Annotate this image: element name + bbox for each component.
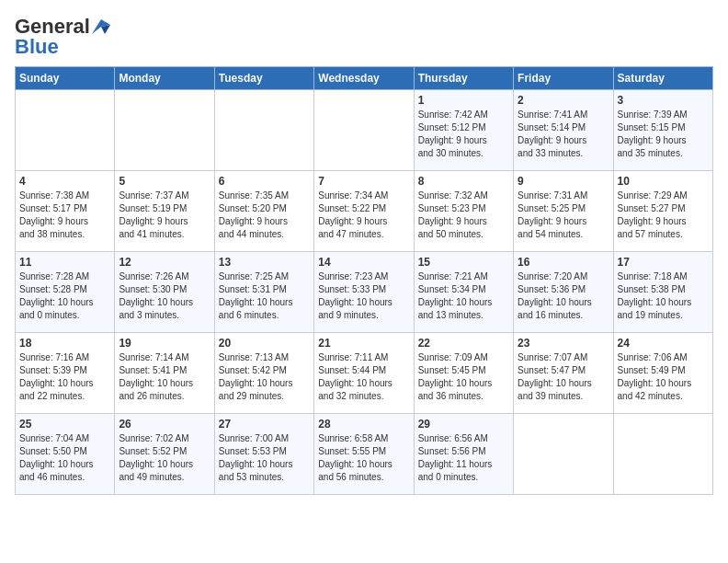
logo: General Blue xyxy=(15,15,110,59)
day-info: Sunrise: 7:02 AM Sunset: 5:52 PM Dayligh… xyxy=(119,432,210,484)
calendar-cell: 10Sunrise: 7:29 AM Sunset: 5:27 PM Dayli… xyxy=(613,171,712,252)
day-number: 11 xyxy=(19,256,110,269)
calendar-cell: 23Sunrise: 7:07 AM Sunset: 5:47 PM Dayli… xyxy=(514,333,613,414)
calendar-cell: 20Sunrise: 7:13 AM Sunset: 5:42 PM Dayli… xyxy=(214,333,313,414)
day-info: Sunrise: 7:38 AM Sunset: 5:17 PM Dayligh… xyxy=(19,190,110,241)
day-info: Sunrise: 7:18 AM Sunset: 5:38 PM Dayligh… xyxy=(618,270,709,322)
day-info: Sunrise: 7:20 AM Sunset: 5:36 PM Dayligh… xyxy=(518,270,609,322)
day-info: Sunrise: 7:34 AM Sunset: 5:22 PM Dayligh… xyxy=(318,190,409,241)
day-number: 16 xyxy=(518,256,609,269)
calendar-cell: 19Sunrise: 7:14 AM Sunset: 5:41 PM Dayli… xyxy=(115,333,214,414)
day-info: Sunrise: 7:11 AM Sunset: 5:44 PM Dayligh… xyxy=(318,351,409,403)
day-info: Sunrise: 7:42 AM Sunset: 5:12 PM Dayligh… xyxy=(418,109,509,160)
day-number: 14 xyxy=(318,256,409,269)
day-info: Sunrise: 7:29 AM Sunset: 5:27 PM Dayligh… xyxy=(618,190,709,241)
day-info: Sunrise: 7:13 AM Sunset: 5:42 PM Dayligh… xyxy=(219,351,310,403)
day-info: Sunrise: 7:23 AM Sunset: 5:33 PM Dayligh… xyxy=(318,270,409,322)
day-info: Sunrise: 7:09 AM Sunset: 5:45 PM Dayligh… xyxy=(418,351,509,403)
day-number: 23 xyxy=(518,337,609,350)
day-number: 21 xyxy=(318,337,409,350)
day-info: Sunrise: 7:14 AM Sunset: 5:41 PM Dayligh… xyxy=(119,351,210,403)
calendar-cell: 15Sunrise: 7:21 AM Sunset: 5:34 PM Dayli… xyxy=(414,252,513,333)
day-number: 1 xyxy=(418,94,509,107)
day-info: Sunrise: 7:00 AM Sunset: 5:53 PM Dayligh… xyxy=(219,432,310,484)
day-info: Sunrise: 7:39 AM Sunset: 5:15 PM Dayligh… xyxy=(618,109,709,160)
day-number: 10 xyxy=(618,175,709,188)
calendar-cell xyxy=(613,414,712,495)
calendar-cell xyxy=(115,90,214,171)
day-info: Sunrise: 7:21 AM Sunset: 5:34 PM Dayligh… xyxy=(418,270,509,322)
calendar-cell: 28Sunrise: 6:58 AM Sunset: 5:55 PM Dayli… xyxy=(314,414,414,495)
calendar-cell: 21Sunrise: 7:11 AM Sunset: 5:44 PM Dayli… xyxy=(314,333,414,414)
day-info: Sunrise: 7:06 AM Sunset: 5:49 PM Dayligh… xyxy=(618,351,709,403)
calendar-cell: 14Sunrise: 7:23 AM Sunset: 5:33 PM Dayli… xyxy=(314,252,414,333)
calendar-cell: 27Sunrise: 7:00 AM Sunset: 5:53 PM Dayli… xyxy=(214,414,313,495)
day-info: Sunrise: 7:41 AM Sunset: 5:14 PM Dayligh… xyxy=(518,109,609,160)
calendar-cell xyxy=(514,414,613,495)
calendar-cell: 8Sunrise: 7:32 AM Sunset: 5:23 PM Daylig… xyxy=(414,171,513,252)
calendar-cell: 6Sunrise: 7:35 AM Sunset: 5:20 PM Daylig… xyxy=(214,171,313,252)
calendar-body: 1Sunrise: 7:42 AM Sunset: 5:12 PM Daylig… xyxy=(16,90,713,495)
calendar-cell: 13Sunrise: 7:25 AM Sunset: 5:31 PM Dayli… xyxy=(214,252,313,333)
day-number: 4 xyxy=(19,175,110,188)
day-info: Sunrise: 7:25 AM Sunset: 5:31 PM Dayligh… xyxy=(219,270,310,322)
weekday-header-cell: Friday xyxy=(514,67,613,90)
day-number: 27 xyxy=(219,418,310,431)
weekday-header-cell: Sunday xyxy=(16,67,115,90)
day-number: 25 xyxy=(19,418,110,431)
day-number: 9 xyxy=(518,175,609,188)
logo-bird-icon xyxy=(92,19,110,34)
day-number: 7 xyxy=(318,175,409,188)
day-info: Sunrise: 7:26 AM Sunset: 5:30 PM Dayligh… xyxy=(119,270,210,322)
day-info: Sunrise: 7:35 AM Sunset: 5:20 PM Dayligh… xyxy=(219,190,310,241)
day-number: 13 xyxy=(219,256,310,269)
page-header: General Blue xyxy=(15,15,713,59)
day-number: 12 xyxy=(119,256,210,269)
calendar-cell: 22Sunrise: 7:09 AM Sunset: 5:45 PM Dayli… xyxy=(414,333,513,414)
day-info: Sunrise: 6:56 AM Sunset: 5:56 PM Dayligh… xyxy=(418,432,509,484)
calendar-week-row: 1Sunrise: 7:42 AM Sunset: 5:12 PM Daylig… xyxy=(16,90,713,171)
calendar-cell: 12Sunrise: 7:26 AM Sunset: 5:30 PM Dayli… xyxy=(115,252,214,333)
day-number: 19 xyxy=(119,337,210,350)
calendar-cell: 26Sunrise: 7:02 AM Sunset: 5:52 PM Dayli… xyxy=(115,414,214,495)
calendar-cell xyxy=(214,90,313,171)
day-number: 22 xyxy=(418,337,509,350)
calendar-cell: 11Sunrise: 7:28 AM Sunset: 5:28 PM Dayli… xyxy=(16,252,115,333)
day-info: Sunrise: 7:37 AM Sunset: 5:19 PM Dayligh… xyxy=(119,190,210,241)
calendar-cell: 3Sunrise: 7:39 AM Sunset: 5:15 PM Daylig… xyxy=(613,90,712,171)
day-number: 26 xyxy=(119,418,210,431)
day-info: Sunrise: 6:58 AM Sunset: 5:55 PM Dayligh… xyxy=(318,432,409,484)
calendar-cell: 4Sunrise: 7:38 AM Sunset: 5:17 PM Daylig… xyxy=(16,171,115,252)
calendar-cell: 2Sunrise: 7:41 AM Sunset: 5:14 PM Daylig… xyxy=(514,90,613,171)
calendar-week-row: 25Sunrise: 7:04 AM Sunset: 5:50 PM Dayli… xyxy=(16,414,713,495)
calendar-cell xyxy=(314,90,414,171)
day-info: Sunrise: 7:31 AM Sunset: 5:25 PM Dayligh… xyxy=(518,190,609,241)
day-number: 24 xyxy=(618,337,709,350)
day-number: 2 xyxy=(518,94,609,107)
day-info: Sunrise: 7:28 AM Sunset: 5:28 PM Dayligh… xyxy=(19,270,110,322)
weekday-header-cell: Wednesday xyxy=(314,67,414,90)
calendar-cell xyxy=(16,90,115,171)
day-number: 17 xyxy=(618,256,709,269)
calendar-week-row: 11Sunrise: 7:28 AM Sunset: 5:28 PM Dayli… xyxy=(16,252,713,333)
day-info: Sunrise: 7:04 AM Sunset: 5:50 PM Dayligh… xyxy=(19,432,110,484)
calendar-week-row: 18Sunrise: 7:16 AM Sunset: 5:39 PM Dayli… xyxy=(16,333,713,414)
calendar-cell: 29Sunrise: 6:56 AM Sunset: 5:56 PM Dayli… xyxy=(414,414,513,495)
day-info: Sunrise: 7:16 AM Sunset: 5:39 PM Dayligh… xyxy=(19,351,110,403)
weekday-header-cell: Thursday xyxy=(414,67,513,90)
calendar-cell: 1Sunrise: 7:42 AM Sunset: 5:12 PM Daylig… xyxy=(414,90,513,171)
calendar-cell: 17Sunrise: 7:18 AM Sunset: 5:38 PM Dayli… xyxy=(613,252,712,333)
day-number: 3 xyxy=(618,94,709,107)
logo-blue-text: Blue xyxy=(15,35,59,59)
calendar-cell: 7Sunrise: 7:34 AM Sunset: 5:22 PM Daylig… xyxy=(314,171,414,252)
calendar-cell: 9Sunrise: 7:31 AM Sunset: 5:25 PM Daylig… xyxy=(514,171,613,252)
weekday-header-cell: Saturday xyxy=(613,67,712,90)
day-number: 5 xyxy=(119,175,210,188)
weekday-header-cell: Monday xyxy=(115,67,214,90)
calendar-cell: 5Sunrise: 7:37 AM Sunset: 5:19 PM Daylig… xyxy=(115,171,214,252)
calendar-cell: 18Sunrise: 7:16 AM Sunset: 5:39 PM Dayli… xyxy=(16,333,115,414)
day-number: 18 xyxy=(19,337,110,350)
day-number: 8 xyxy=(418,175,509,188)
calendar-table: SundayMondayTuesdayWednesdayThursdayFrid… xyxy=(15,66,713,495)
day-number: 28 xyxy=(318,418,409,431)
